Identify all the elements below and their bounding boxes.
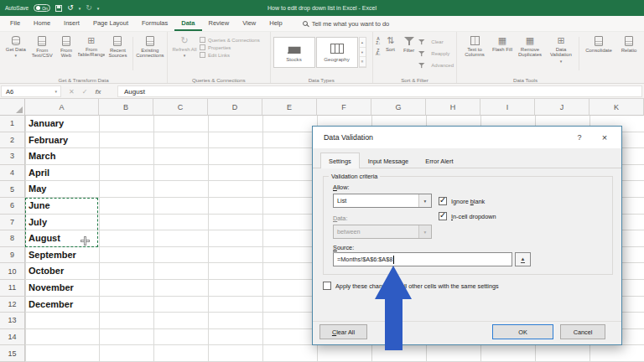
tab-view[interactable]: View: [236, 16, 262, 31]
tab-home[interactable]: Home: [27, 16, 57, 31]
tab-file[interactable]: File: [3, 16, 27, 31]
advanced-filter-button[interactable]: Advanced: [418, 60, 454, 70]
remove-duplicates-button[interactable]: ▦ Remove Duplicates: [515, 35, 545, 59]
row-header-13[interactable]: 13: [0, 313, 25, 329]
cell-A11[interactable]: November: [29, 282, 74, 297]
tab-settings[interactable]: Settings: [320, 153, 360, 168]
autosave-toggle[interactable]: On: [34, 4, 50, 12]
row-header-11[interactable]: 11: [0, 280, 25, 297]
dialog-close-button[interactable]: ×: [595, 127, 615, 148]
tab-data[interactable]: Data: [174, 16, 201, 31]
scroll-up-icon[interactable]: ▴: [360, 38, 366, 48]
existing-connections-button[interactable]: Existing Connections: [136, 35, 164, 59]
gallery-more-icon[interactable]: ≡: [360, 57, 366, 67]
cell-A12[interactable]: December: [29, 299, 73, 313]
tab-input-message[interactable]: Input Message: [360, 153, 417, 168]
cell-A3[interactable]: March: [29, 151, 55, 165]
cell-A10[interactable]: October: [29, 266, 64, 280]
select-all-corner[interactable]: [0, 99, 25, 116]
row-header-5[interactable]: 5: [0, 181, 25, 198]
customize-toolbar-icon[interactable]: ▾: [97, 6, 100, 11]
row-header-15[interactable]: 15: [0, 345, 25, 362]
tab-error-alert[interactable]: Error Alert: [417, 153, 461, 168]
allow-dropdown[interactable]: List ▾: [333, 194, 432, 208]
row-header-14[interactable]: 14: [0, 329, 25, 346]
row-header-10[interactable]: 10: [0, 263, 25, 280]
tab-formulas[interactable]: Formulas: [135, 16, 174, 31]
properties-button: Properties: [200, 44, 260, 50]
column-header-k[interactable]: K: [589, 99, 644, 116]
scroll-down-icon[interactable]: ▾: [360, 48, 366, 58]
name-box-caret-icon[interactable]: ▾: [55, 89, 57, 94]
row-header-3[interactable]: 3: [0, 148, 25, 165]
cell-A9[interactable]: September: [29, 250, 76, 264]
in-cell-dropdown-checkbox[interactable]: ✓: [439, 212, 447, 220]
column-header-f[interactable]: F: [317, 99, 371, 116]
geography-card[interactable]: Geography: [316, 37, 358, 68]
row-header-12[interactable]: 12: [0, 297, 25, 313]
group-label: Data Types: [271, 77, 373, 83]
gallery-scrollbar[interactable]: ▴ ▾ ≡: [359, 37, 366, 68]
cell-A4[interactable]: April: [29, 168, 49, 182]
column-header-b[interactable]: B: [99, 99, 153, 116]
row-header-8[interactable]: 8: [0, 230, 25, 247]
edit-links-button: Edit Links: [200, 52, 260, 58]
file-clock-icon: [113, 36, 122, 46]
column-header-d[interactable]: D: [208, 99, 262, 116]
row-header-4[interactable]: 4: [0, 165, 25, 182]
apply-changes-checkbox[interactable]: [323, 282, 331, 290]
from-table-range-button[interactable]: ⊞ From Table/Range: [78, 35, 105, 59]
tell-me-box[interactable]: Tell me what you want to do: [303, 16, 390, 31]
formula-input[interactable]: August: [117, 85, 642, 97]
from-web-button[interactable]: From Web: [55, 35, 77, 59]
caret-down-icon[interactable]: ▾: [418, 194, 431, 207]
insert-function-icon[interactable]: fx: [95, 88, 101, 96]
cell-A1[interactable]: January: [29, 118, 64, 132]
flash-fill-button[interactable]: ▦ Flash Fill: [491, 35, 514, 53]
recent-sources-button[interactable]: Recent Sources: [106, 35, 130, 59]
sort-button[interactable]: ⇅ Sort: [382, 35, 399, 53]
column-header-c[interactable]: C: [153, 99, 208, 116]
column-header-i[interactable]: I: [480, 99, 535, 116]
column-header-h[interactable]: H: [426, 99, 480, 116]
map-icon: [330, 44, 344, 54]
undo-icon[interactable]: ↺: [67, 4, 74, 12]
get-data-button[interactable]: Get Data ▾: [3, 35, 29, 59]
undo-caret-icon[interactable]: ▾: [79, 6, 81, 11]
ok-button[interactable]: OK: [492, 324, 553, 339]
tab-page-layout[interactable]: Page Layout: [86, 16, 135, 31]
name-box[interactable]: A6 ▾: [1, 85, 61, 97]
row-header-9[interactable]: 9: [0, 247, 25, 264]
cell-A2[interactable]: February: [29, 135, 68, 149]
from-text-csv-button[interactable]: From Text/CSV: [29, 35, 55, 59]
consolidate-button[interactable]: Consolidate: [582, 35, 615, 54]
data-validation-button[interactable]: ⊞ Data Validation ▾: [546, 35, 576, 65]
tab-help[interactable]: Help: [262, 16, 288, 31]
tab-insert[interactable]: Insert: [57, 16, 86, 31]
collapse-dialog-button[interactable]: ▲: [515, 252, 531, 266]
row-header-6[interactable]: 6: [0, 198, 25, 215]
dialog-help-button[interactable]: ?: [571, 127, 588, 148]
save-icon[interactable]: [55, 5, 62, 12]
cancel-button[interactable]: Cancel: [560, 324, 605, 339]
column-header-g[interactable]: G: [371, 99, 426, 116]
tab-review[interactable]: Review: [202, 16, 236, 31]
sort-za-descending-icon[interactable]: ZA↓: [376, 49, 381, 58]
column-header-j[interactable]: J: [535, 99, 589, 116]
column-header-a[interactable]: A: [25, 99, 99, 116]
sort-az-ascending-icon[interactable]: AZ↓: [376, 38, 381, 46]
column-header-e[interactable]: E: [262, 99, 317, 116]
cancel-entry-icon: ✕: [69, 88, 75, 96]
stocks-card[interactable]: Stocks: [273, 37, 315, 68]
relationships-button[interactable]: Relatio: [616, 35, 641, 54]
ignore-blank-checkbox[interactable]: ✓: [439, 197, 447, 205]
clear-all-button[interactable]: Clear All: [319, 324, 367, 339]
source-input[interactable]: =Months!$A$6:$A$8: [333, 252, 512, 266]
text-to-columns-button[interactable]: Text to Columns: [460, 35, 490, 59]
clear-filter-button[interactable]: Clear: [418, 37, 454, 47]
cell-A5[interactable]: May: [29, 184, 46, 198]
row-header-2[interactable]: 2: [0, 132, 25, 149]
row-header-7[interactable]: 7: [0, 215, 25, 231]
filter-button[interactable]: Filter: [400, 35, 418, 54]
row-header-1[interactable]: 1: [0, 116, 25, 132]
